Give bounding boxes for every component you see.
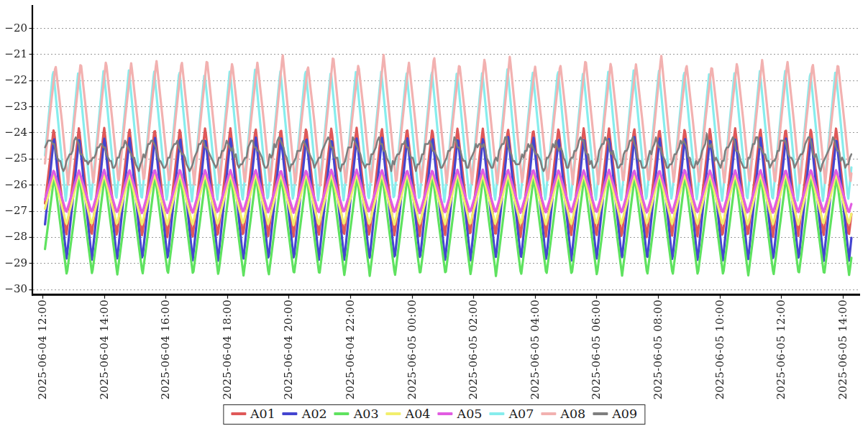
legend-item-a04: A04 bbox=[386, 407, 431, 421]
y-tick-label: −27 bbox=[1, 204, 27, 218]
legend-item-a01: A01 bbox=[231, 407, 275, 421]
legend-label: A07 bbox=[508, 407, 534, 421]
legend-swatch-icon bbox=[283, 412, 298, 415]
legend-swatch-icon bbox=[541, 412, 556, 415]
x-tick-label: 2025-06-04 20:00 bbox=[282, 300, 295, 399]
x-tick-label: 2025-06-05 08:00 bbox=[652, 300, 664, 399]
y-tick-label: −23 bbox=[1, 100, 27, 113]
legend-swatch-icon bbox=[231, 412, 246, 415]
x-tick-label: 2025-06-05 10:00 bbox=[713, 300, 726, 399]
x-tick-label: 2025-06-05 06:00 bbox=[590, 300, 603, 399]
x-tick-label: 2025-06-05 00:00 bbox=[406, 300, 419, 399]
y-tick-label: −28 bbox=[1, 230, 27, 244]
legend-label: A03 bbox=[354, 407, 379, 421]
legend-swatch-icon bbox=[386, 412, 401, 415]
y-tick-label: −26 bbox=[1, 178, 27, 192]
y-tick-label: −20 bbox=[1, 22, 27, 35]
line-chart-figure: −20−21−22−23−24−25−26−27−28−29−30 2025-0… bbox=[0, 0, 868, 431]
legend-swatch-icon bbox=[593, 412, 608, 415]
legend-label: A09 bbox=[612, 407, 637, 421]
y-tick-label: −24 bbox=[1, 126, 27, 139]
y-tick-label: −21 bbox=[1, 47, 27, 61]
x-tick-label: 2025-06-04 12:00 bbox=[36, 300, 49, 399]
legend-item-a08: A08 bbox=[541, 407, 585, 421]
y-tick-label: −30 bbox=[1, 282, 27, 296]
legend-item-a05: A05 bbox=[438, 407, 483, 421]
x-tick-label: 2025-06-05 12:00 bbox=[775, 300, 787, 399]
legend-swatch-icon bbox=[334, 412, 350, 415]
x-tick-label: 2025-06-05 14:00 bbox=[836, 300, 849, 399]
legend-item-a02: A02 bbox=[283, 407, 327, 421]
chart-canvas bbox=[0, 0, 868, 431]
legend-label: A08 bbox=[560, 407, 585, 421]
x-tick-label: 2025-06-05 02:00 bbox=[467, 300, 480, 399]
legend-item-a03: A03 bbox=[334, 407, 379, 421]
legend-swatch-icon bbox=[438, 412, 453, 415]
y-tick-label: −22 bbox=[1, 73, 27, 87]
x-tick-label: 2025-06-04 16:00 bbox=[159, 300, 172, 399]
x-tick-label: 2025-06-04 18:00 bbox=[221, 300, 234, 399]
legend-swatch-icon bbox=[489, 412, 504, 415]
legend-item-a07: A07 bbox=[489, 407, 534, 421]
legend-label: A02 bbox=[302, 407, 327, 421]
legend: A01A02A03A04A05A07A08A09 bbox=[223, 404, 645, 425]
x-tick-label: 2025-06-04 22:00 bbox=[344, 300, 357, 399]
legend-label: A04 bbox=[406, 407, 431, 421]
legend-label: A01 bbox=[250, 407, 275, 421]
y-tick-label: −29 bbox=[1, 256, 27, 270]
y-tick-label: −25 bbox=[1, 152, 27, 165]
legend-label: A05 bbox=[457, 407, 483, 421]
legend-item-a09: A09 bbox=[593, 407, 637, 421]
x-tick-label: 2025-06-05 04:00 bbox=[529, 300, 542, 399]
x-tick-label: 2025-06-04 14:00 bbox=[98, 300, 111, 399]
